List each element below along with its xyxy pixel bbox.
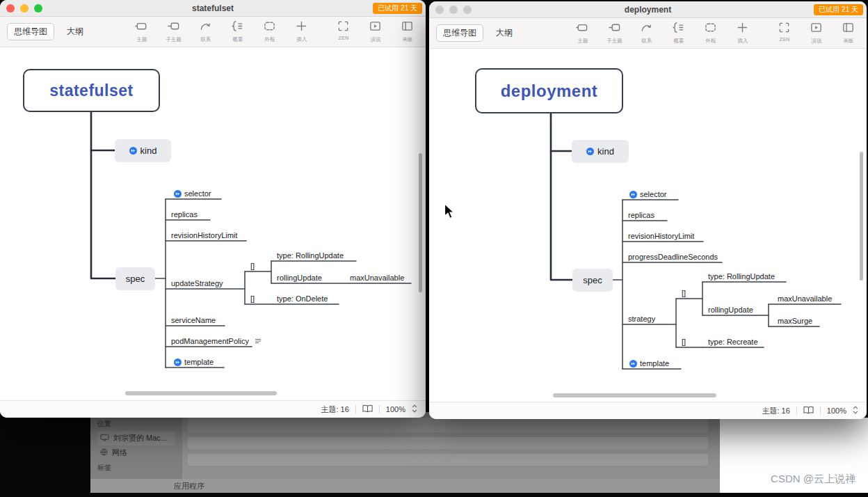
mindmap-canvas[interactable]: statefulset kind spec selector replicas … [0, 47, 426, 400]
topic-type-recreate[interactable]: type: Recreate [708, 337, 758, 347]
topic-selector[interactable]: selector [174, 189, 211, 198]
trial-badge[interactable]: 已试用 21 天 [814, 4, 863, 15]
board-icon [401, 19, 414, 35]
topic-replicas[interactable]: replicas [171, 210, 198, 219]
subtopic-button[interactable]: 子主题 [603, 21, 626, 45]
zoom-button[interactable] [34, 4, 42, 13]
marker-icon [174, 190, 182, 198]
relationship-button[interactable]: 联系 [194, 19, 217, 44]
divider [796, 407, 797, 415]
relationship-button[interactable]: 联系 [635, 21, 658, 45]
trial-badge[interactable]: 已试用 21 天 [373, 3, 422, 14]
vertical-scrollbar[interactable] [860, 152, 863, 281]
outline-preview-button[interactable] [362, 404, 373, 415]
boundary-button[interactable]: 外框 [699, 21, 722, 45]
topic-strategy[interactable]: strategy [628, 314, 655, 324]
topic-button[interactable]: 主题 [571, 21, 594, 45]
insert-button[interactable]: 插入 [290, 19, 313, 44]
zoom-level[interactable]: 100% [827, 407, 846, 415]
insert-button[interactable]: 插入 [731, 21, 754, 45]
zoom-level[interactable]: 100% [386, 405, 405, 413]
boundary-button[interactable]: 外框 [258, 19, 281, 44]
window-title: statefulset [0, 3, 426, 13]
insert-icon [295, 19, 308, 35]
topic-revisionHistoryLimit[interactable]: revisionHistoryLimit [171, 230, 237, 240]
topic-progressDeadlineSeconds[interactable]: progressDeadlineSeconds [628, 252, 718, 262]
topic-podManagementPolicy[interactable]: podManagementPolicy [171, 336, 262, 346]
outline-preview-button[interactable] [803, 406, 814, 416]
horizontal-scrollbar[interactable] [553, 393, 716, 397]
summary-button[interactable]: 概要 [667, 21, 690, 45]
toolbar: 思维导图 大纲 主题 子主题 联系 概要 [0, 17, 426, 47]
tab-mindmap[interactable]: 思维导图 [7, 23, 54, 40]
zen-button[interactable]: ZEN [332, 19, 355, 42]
subtopic-icon [608, 21, 621, 36]
topic-type-ondelete[interactable]: type: OnDelete [277, 294, 328, 303]
book-icon [362, 404, 373, 415]
window-title: deployment [429, 5, 867, 15]
minimize-button[interactable] [20, 4, 29, 13]
topic-replicas[interactable]: replicas [628, 210, 654, 220]
topic-revisionHistoryLimit[interactable]: revisionHistoryLimit [628, 231, 694, 241]
watermark: CSDN @云上说禅 [771, 473, 855, 486]
topic-rollingupdate[interactable]: rollingUpdate [277, 273, 322, 283]
subtopic-button[interactable]: 子主题 [162, 19, 185, 44]
topic-selector[interactable]: selector [629, 189, 667, 199]
stepper-icon [412, 404, 417, 416]
tab-outline[interactable]: 大纲 [60, 23, 90, 40]
topic-bracket[interactable]: [] [682, 337, 686, 347]
zen-button[interactable]: ZEN [773, 21, 796, 43]
minimize-button[interactable] [449, 6, 458, 14]
summary-button[interactable]: 概要 [226, 19, 249, 44]
marker-icon [129, 147, 137, 155]
board-button[interactable]: 画板 [837, 21, 860, 45]
close-button[interactable] [435, 6, 444, 14]
topic-button[interactable]: 主题 [130, 19, 153, 44]
zoom-button[interactable] [463, 6, 472, 14]
pitch-button[interactable]: 演说 [805, 21, 828, 45]
topic-kind[interactable]: kind [115, 139, 171, 162]
topic-maxunavailable[interactable]: maxUnavailable [350, 273, 404, 283]
tab-mindmap[interactable]: 思维导图 [436, 24, 483, 42]
topic-count: 主题: 16 [762, 406, 790, 416]
tab-outline[interactable]: 大纲 [489, 24, 520, 42]
toolbar: 思维导图 大纲 主题 子主题 联系 概要 [429, 18, 867, 49]
topic-type-rollingupdate[interactable]: type: RollingUpdate [277, 251, 344, 260]
topic-kind[interactable]: kind [572, 140, 629, 163]
topic-serviceName[interactable]: serviceName [171, 315, 216, 325]
topic-bracket[interactable]: [] [250, 261, 255, 271]
zen-icon [778, 21, 791, 36]
titlebar[interactable]: statefulset 已试用 21 天 [0, 0, 426, 17]
notes-icon[interactable] [254, 337, 262, 345]
zoom-stepper[interactable] [412, 404, 417, 416]
topic-spec[interactable]: spec [572, 269, 613, 292]
zoom-stepper[interactable] [853, 405, 858, 417]
root-topic[interactable]: deployment [475, 68, 623, 113]
topic-count: 主题: 16 [321, 404, 349, 415]
divider [820, 407, 821, 415]
topic-spec[interactable]: spec [115, 267, 155, 290]
titlebar[interactable]: deployment 已试用 21 天 [429, 1, 867, 18]
board-button[interactable]: 画板 [396, 19, 419, 44]
pitch-icon [810, 21, 823, 36]
mindmap-canvas[interactable]: deployment kind spec selector replicas r… [429, 49, 867, 402]
background-window: 位置 刘宗贤的 Mac... 网络 标签 应用程序 [90, 412, 720, 493]
summary-icon [231, 19, 244, 35]
topic-type-rollingupdate[interactable]: type: RollingUpdate [708, 271, 775, 281]
topic-maxunavailable[interactable]: maxUnavailable [778, 294, 832, 303]
root-topic[interactable]: statefulset [23, 69, 160, 112]
topic-template[interactable]: template [629, 358, 669, 368]
topic-bracket[interactable]: [] [250, 294, 255, 303]
topic-updateStrategy[interactable]: updateStrategy [171, 278, 223, 288]
topic-template[interactable]: template [174, 357, 214, 367]
topic-maxsurge[interactable]: maxSurge [778, 316, 812, 326]
topic-rollingupdate[interactable]: rollingUpdate [708, 305, 753, 315]
horizontal-scrollbar[interactable] [125, 391, 277, 395]
marker-icon [586, 148, 594, 155]
close-button[interactable] [6, 4, 15, 13]
pitch-button[interactable]: 演说 [364, 19, 387, 44]
vertical-scrollbar[interactable] [419, 153, 422, 292]
marker-icon [629, 360, 637, 368]
topic-icon [135, 19, 148, 35]
topic-bracket[interactable]: [] [682, 288, 686, 298]
